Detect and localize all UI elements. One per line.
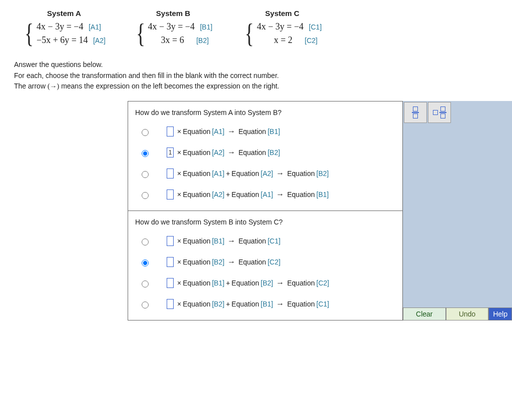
brace-icon: { <box>245 22 254 46</box>
fraction-icon <box>412 106 419 118</box>
equation-ref: [B2] <box>316 170 329 178</box>
option-radio[interactable] <box>142 129 149 136</box>
option-row: × Equation [B2] + Equation [B1] → Equati… <box>135 299 395 309</box>
coefficient-input[interactable] <box>167 257 174 267</box>
eq-a1: 4x − 3y = −4 <box>37 22 83 32</box>
equation-ref: [A2] <box>212 190 224 198</box>
coefficient-input[interactable] <box>167 126 174 136</box>
option-radio[interactable] <box>142 150 149 157</box>
arrow-icon: → <box>227 148 235 157</box>
equation-ref: [C2] <box>316 279 329 287</box>
system-a: System A { 4x − 3y = −4 [A1] −5x + 6y = … <box>14 9 114 46</box>
arrow-icon: → <box>276 300 284 308</box>
coefficient-input[interactable] <box>167 236 174 246</box>
coefficient-input[interactable] <box>167 299 174 309</box>
coefficient-input[interactable] <box>167 168 174 178</box>
tag-c1: [C1] <box>309 23 322 31</box>
arrow-icon: → <box>227 127 235 136</box>
question-box: How do we transform System A into System… <box>128 101 403 320</box>
option-row: × Equation [B1] → Equation [C1] <box>135 236 395 246</box>
option-radio[interactable] <box>142 260 149 266</box>
mixed-number-tool-button[interactable] <box>428 102 451 123</box>
option-radio[interactable] <box>142 171 149 178</box>
coefficient-input[interactable] <box>167 278 174 288</box>
eq-c2: x = 2 <box>274 35 292 45</box>
equation-ref: [C2] <box>268 258 281 266</box>
question-section: How do we transform System B into System… <box>128 210 402 320</box>
option-radio[interactable] <box>142 192 149 199</box>
arrow-icon: → <box>227 258 235 266</box>
system-a-title: System A <box>14 9 114 18</box>
tag-b2: [B2] <box>196 36 209 44</box>
option-text: × Equation [A1] → Equation [B1] <box>167 126 280 136</box>
equation-ref: [B1] <box>261 300 273 308</box>
systems-row: System A { 4x − 3y = −4 [A1] −5x + 6y = … <box>14 9 506 46</box>
option-text: × Equation [A2] + Equation [A1] → Equati… <box>167 190 329 200</box>
undo-button[interactable]: Undo <box>446 308 489 320</box>
option-row: × Equation [B2] → Equation [C2] <box>135 257 395 267</box>
eq-a2: −5x + 6y = 14 <box>37 35 88 45</box>
option-text: × Equation [B1] → Equation [C1] <box>167 236 280 246</box>
equation-ref: [A2] <box>212 148 224 156</box>
option-radio[interactable] <box>142 302 149 308</box>
arrow-icon: → <box>276 169 284 178</box>
system-c: System C { 4x − 3y = −4 [C1] x = 2 [C2] <box>232 9 332 46</box>
equation-ref: [B2] <box>268 148 280 156</box>
arrow-icon: → <box>276 278 284 288</box>
option-row: × Equation [B1] + Equation [B2] → Equati… <box>135 278 395 288</box>
instruction-line-2: For each, choose the transformation and … <box>14 70 506 82</box>
option-row: × Equation [A1] + Equation [A2] → Equati… <box>135 168 395 178</box>
help-button[interactable]: Help <box>488 308 512 320</box>
question-section: How do we transform System A into System… <box>128 102 402 210</box>
instruction-line-1: Answer the questions below. <box>14 60 506 70</box>
equation-ref: [C1] <box>268 237 281 245</box>
eq-c1: 4x − 3y = −4 <box>257 22 303 32</box>
clear-button[interactable]: Clear <box>403 308 446 320</box>
equation-ref: [C1] <box>316 300 329 308</box>
equation-ref: [A1] <box>261 190 273 198</box>
brace-icon: { <box>25 22 34 46</box>
option-row: 1 × Equation [A2] → Equation [B2] <box>135 148 395 158</box>
tag-c2: [C2] <box>305 36 318 44</box>
equation-ref: [B1] <box>316 190 329 198</box>
mixed-number-icon <box>433 106 446 118</box>
option-text: × Equation [B2] → Equation [C2] <box>167 257 280 267</box>
option-row: × Equation [A1] → Equation [B1] <box>135 126 395 136</box>
equation-ref: [B2] <box>212 258 224 266</box>
equation-ref: [B1] <box>212 237 224 245</box>
option-text: 1 × Equation [A2] → Equation [B2] <box>167 148 280 158</box>
brace-icon: { <box>136 22 145 46</box>
option-radio[interactable] <box>142 280 149 288</box>
instruction-line-3: The arrow (→) means the expression on th… <box>14 81 506 92</box>
equation-ref: [B1] <box>212 279 224 287</box>
equation-ref: [B2] <box>212 300 224 308</box>
instructions: Answer the questions below. For each, ch… <box>14 60 506 92</box>
system-b-title: System B <box>123 9 223 18</box>
coefficient-input[interactable]: 1 <box>167 148 174 158</box>
system-c-title: System C <box>232 9 332 18</box>
arrow-icon: → <box>227 236 235 246</box>
arrow-icon: → <box>276 190 284 199</box>
option-row: × Equation [A2] + Equation [A1] → Equati… <box>135 190 395 200</box>
equation-ref: [B1] <box>268 128 280 136</box>
eq-b1: 4x − 3y = −4 <box>148 22 195 32</box>
question-title: How do we transform System B into System… <box>135 218 395 226</box>
option-text: × Equation [B1] + Equation [B2] → Equati… <box>167 278 329 288</box>
equation-ref: [A1] <box>212 170 224 178</box>
coefficient-input[interactable] <box>167 190 174 200</box>
eq-b2: 3x = 6 <box>161 35 184 45</box>
tag-a1: [A1] <box>89 23 101 31</box>
system-b: System B { 4x − 3y = −4 [B1] 3x = 6 [B2] <box>123 9 223 46</box>
equation-ref: [A2] <box>261 170 273 178</box>
side-panel: Clear Undo Help <box>403 101 512 320</box>
question-title: How do we transform System A into System… <box>135 108 395 116</box>
tag-a2: [A2] <box>93 36 106 44</box>
option-text: × Equation [B2] + Equation [B1] → Equati… <box>167 299 329 309</box>
option-radio[interactable] <box>142 238 149 246</box>
palette <box>403 101 512 124</box>
equation-ref: [A1] <box>212 128 224 136</box>
tag-b1: [B1] <box>200 23 212 31</box>
equation-ref: [B2] <box>261 279 273 287</box>
fraction-tool-button[interactable] <box>404 102 427 123</box>
option-text: × Equation [A1] + Equation [A2] → Equati… <box>167 168 329 178</box>
